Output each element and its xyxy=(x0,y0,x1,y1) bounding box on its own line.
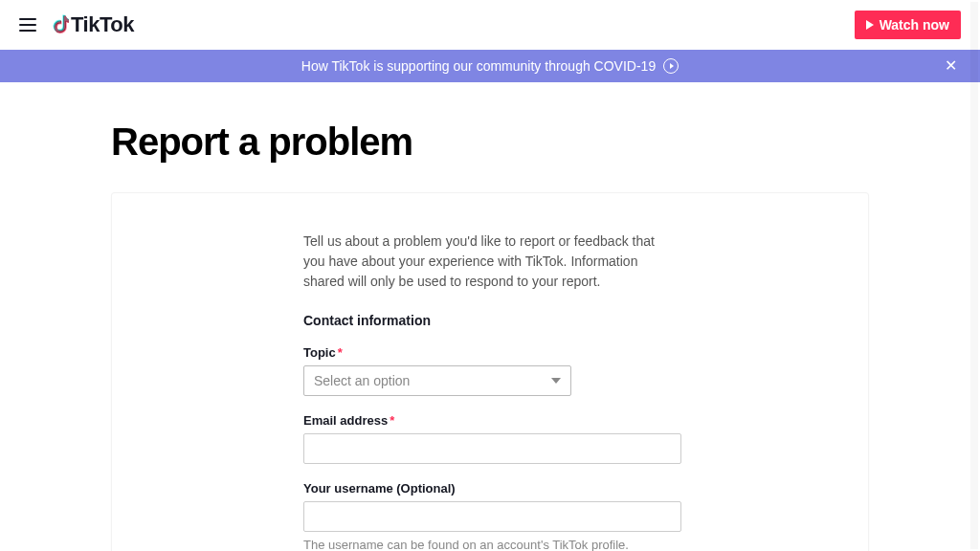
intro-text: Tell us about a problem you'd like to re… xyxy=(303,231,677,292)
topic-select[interactable]: Select an option xyxy=(303,365,571,396)
page-title: Report a problem xyxy=(111,121,980,164)
tiktok-logo[interactable]: TikTok xyxy=(52,12,134,37)
username-input[interactable] xyxy=(303,501,681,532)
report-form-card: Tell us about a problem you'd like to re… xyxy=(111,192,869,551)
covid-banner[interactable]: How TikTok is supporting our community t… xyxy=(0,50,980,82)
close-icon[interactable]: ✕ xyxy=(945,58,957,74)
email-input[interactable] xyxy=(303,433,681,464)
play-icon xyxy=(866,20,874,30)
topic-field: Topic* Select an option xyxy=(303,345,677,396)
contact-section-title: Contact information xyxy=(303,313,677,328)
main-content: Report a problem Tell us about a problem… xyxy=(0,82,980,551)
header-left: TikTok xyxy=(19,12,134,37)
banner-text: How TikTok is supporting our community t… xyxy=(301,58,656,74)
banner-content: How TikTok is supporting our community t… xyxy=(301,58,679,74)
topic-label: Topic* xyxy=(303,345,677,360)
required-mark: * xyxy=(390,413,394,428)
top-header: TikTok Watch now xyxy=(0,0,980,50)
email-field-group: Email address* xyxy=(303,413,677,464)
username-hint: The username can be found on an account'… xyxy=(303,538,677,551)
menu-icon[interactable] xyxy=(19,18,36,32)
scrollbar[interactable] xyxy=(970,2,978,549)
chevron-down-icon xyxy=(551,378,561,384)
arrow-circle-icon xyxy=(663,58,679,74)
required-mark: * xyxy=(338,345,343,360)
username-label: Your username (Optional) xyxy=(303,481,677,496)
username-field-group: Your username (Optional) The username ca… xyxy=(303,481,677,551)
email-label: Email address* xyxy=(303,413,677,428)
tiktok-note-icon xyxy=(52,14,69,35)
watch-now-button[interactable]: Watch now xyxy=(855,11,961,39)
topic-placeholder: Select an option xyxy=(314,373,410,388)
watch-now-label: Watch now xyxy=(880,17,949,33)
logo-text: TikTok xyxy=(71,12,134,37)
